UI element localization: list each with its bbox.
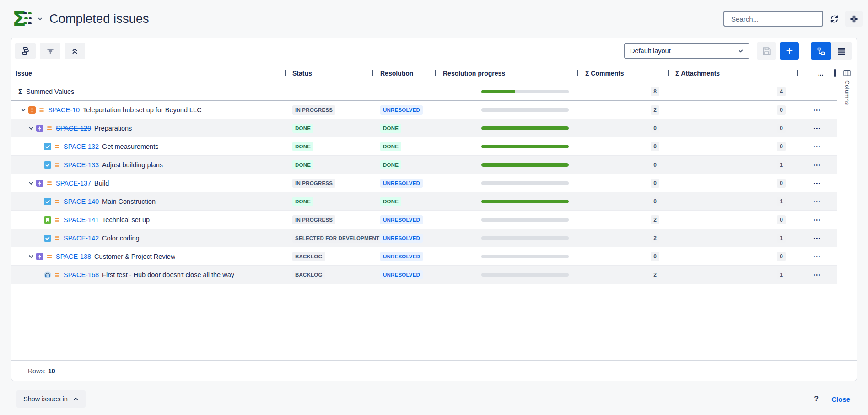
row-actions-button[interactable]: ••• [813, 235, 821, 241]
row-actions-button[interactable]: ••• [813, 144, 821, 149]
show-issues-in-button[interactable]: Show issues in [16, 390, 86, 408]
columns-panel-toggle[interactable]: Columns [837, 64, 857, 360]
status-badge: BACKLOG [292, 270, 325, 279]
resolution-progress-bar [481, 163, 569, 167]
chevron-down-icon[interactable] [27, 253, 35, 260]
search-input[interactable] [731, 15, 822, 23]
chevron-down-icon[interactable] [20, 107, 27, 113]
column-header-resolution-progress[interactable]: Resolution progress [435, 64, 577, 82]
issue-key-link[interactable]: SPACE-168 [64, 271, 99, 278]
summary-progress-bar [481, 90, 569, 93]
table-footer: Rows: 10 [11, 360, 857, 381]
resolution-badge: UNRESOLVED [380, 234, 423, 243]
resolution-badge: UNRESOLVED [380, 179, 423, 188]
issue-summary: Main Construction [102, 198, 156, 205]
issues-table: Issue Status Resolution Resolution progr… [11, 64, 857, 360]
column-header-more[interactable]: ... [797, 64, 837, 82]
bottom-bar: Show issues in ? Close [16, 390, 850, 408]
structure-logo-icon: Σ [12, 8, 33, 29]
issue-key-link[interactable]: SPACE-10 [48, 106, 80, 114]
close-button[interactable]: Close [831, 395, 850, 403]
save-layout-button[interactable] [757, 42, 776, 60]
issue-summary: Preparations [94, 125, 132, 132]
attachments-count: 0 [777, 215, 786, 224]
resolution-badge: DONE [380, 160, 401, 169]
resolution-badge: DONE [380, 197, 401, 206]
column-header-issue[interactable]: Issue [11, 64, 285, 82]
toolbar: Default layout [11, 38, 857, 64]
comments-count: 2 [651, 215, 659, 224]
issue-key-link[interactable]: SPACE-129 [56, 125, 91, 132]
comments-count: 2 [651, 270, 659, 279]
rows-count-label: Rows: [28, 367, 46, 375]
layout-select[interactable]: Default layout [624, 43, 749, 59]
issue-key-link[interactable]: SPACE-132 [64, 143, 99, 150]
table-header-row: Issue Status Resolution Resolution progr… [11, 64, 837, 82]
table-row[interactable]: SPACE-168First test - Hub door doesn't c… [11, 266, 837, 284]
attachments-count: 1 [777, 197, 786, 206]
hierarchy-view-button[interactable] [811, 42, 831, 60]
resolution-badge: UNRESOLVED [380, 252, 423, 261]
priority-medium-icon [54, 162, 60, 168]
filter-button[interactable] [40, 43, 60, 59]
table-row[interactable]: SPACE-10Teleportation hub set up for Bey… [11, 101, 837, 119]
status-badge: DONE [292, 160, 313, 169]
row-actions-button[interactable]: ••• [813, 107, 821, 113]
issue-key-link[interactable]: SPACE-138 [56, 253, 91, 260]
chevron-down-icon[interactable] [27, 180, 35, 186]
table-row[interactable]: SPACE-137BuildIN PROGRESSUNRESOLVED00••• [11, 174, 837, 192]
table-row[interactable]: SPACE-132Get measurementsDONEDONE00••• [11, 137, 837, 156]
row-actions-button[interactable]: ••• [813, 272, 821, 278]
comments-count: 0 [651, 160, 659, 169]
collapse-all-button[interactable] [65, 43, 85, 59]
status-badge: BACKLOG [292, 252, 325, 261]
issue-key-link[interactable]: SPACE-133 [64, 161, 99, 169]
group-by-icon [22, 47, 30, 55]
compress-button[interactable] [845, 11, 863, 27]
attachments-count: 1 [777, 160, 786, 169]
attachments-count: 0 [777, 252, 786, 261]
table-row[interactable]: SPACE-142Color codingSELECTED FOR DEVELO… [11, 229, 837, 247]
priority-medium-icon [54, 217, 60, 223]
column-header-sum-attachments[interactable]: Σ Attachments [668, 64, 797, 82]
row-actions-button[interactable]: ••• [813, 126, 821, 131]
table-row[interactable]: SPACE-129PreparationsDONEDONE00••• [11, 119, 837, 137]
summary-attachments-count: 4 [777, 87, 786, 96]
add-item-button[interactable] [780, 42, 799, 60]
table-row[interactable]: SPACE-141Technical set upIN PROGRESSUNRE… [11, 211, 837, 229]
issue-summary: Get measurements [102, 143, 158, 150]
issue-key-link[interactable]: SPACE-137 [56, 180, 91, 187]
column-header-resolution[interactable]: Resolution [372, 64, 435, 82]
column-header-status[interactable]: Status [285, 64, 372, 82]
issue-key-link[interactable]: SPACE-140 [64, 198, 99, 205]
list-view-button[interactable] [831, 42, 852, 60]
group-by-button[interactable] [15, 43, 36, 59]
view-toggle [811, 42, 852, 60]
row-actions-button[interactable]: ••• [813, 180, 821, 186]
structure-picker-chevron-down-icon[interactable] [38, 16, 43, 22]
row-actions-button[interactable]: ••• [813, 199, 821, 204]
row-actions-button[interactable]: ••• [813, 162, 821, 168]
attachments-count: 0 [777, 105, 786, 115]
resolution-badge: UNRESOLVED [380, 270, 423, 279]
issue-key-link[interactable]: SPACE-142 [64, 235, 99, 242]
table-row[interactable]: SPACE-138Customer & Project ReviewBACKLO… [11, 247, 837, 266]
table-row[interactable]: SPACE-140Main ConstructionDONEDONE01••• [11, 192, 837, 211]
comments-count: 0 [651, 197, 659, 206]
layout-select-value: Default layout [630, 47, 671, 55]
resolution-progress-bar [481, 218, 569, 222]
structure-panel: Default layout [11, 38, 857, 381]
row-actions-button[interactable]: ••• [813, 254, 821, 259]
save-icon [762, 46, 771, 56]
column-header-sum-comments[interactable]: Σ Comments [577, 64, 668, 82]
refresh-button[interactable] [826, 11, 842, 27]
epic-icon [36, 125, 43, 132]
row-actions-button[interactable]: ••• [813, 217, 821, 223]
help-button[interactable]: ? [814, 395, 819, 403]
svg-text:Σ: Σ [12, 8, 26, 29]
status-badge: IN PROGRESS [292, 215, 335, 224]
search-box[interactable] [723, 11, 823, 27]
issue-key-link[interactable]: SPACE-141 [64, 216, 99, 224]
table-row[interactable]: SPACE-133Adjust building plansDONEDONE01… [11, 156, 837, 174]
chevron-down-icon[interactable] [27, 125, 35, 131]
